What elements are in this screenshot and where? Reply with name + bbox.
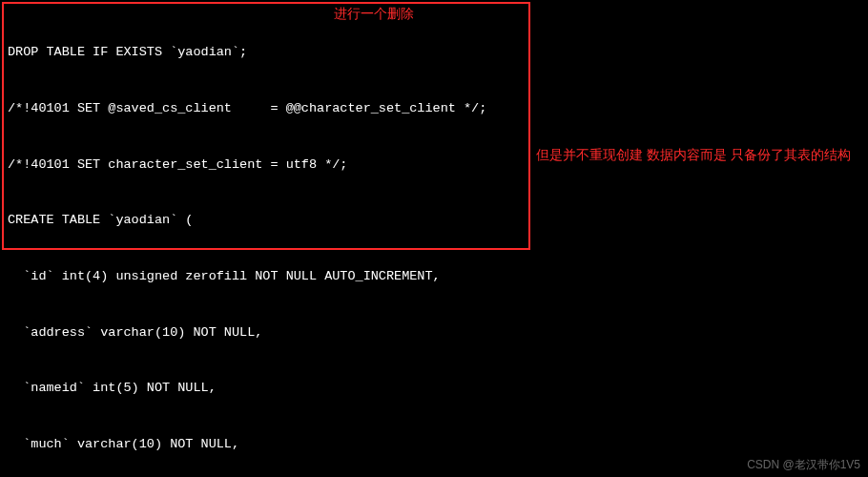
terminal-line: /*!40101 SET @saved_cs_client = @@charac… bbox=[8, 99, 860, 118]
watermark: CSDN @老汉带你1V5 bbox=[747, 457, 860, 473]
terminal-line: `address` varchar(10) NOT NULL, bbox=[8, 323, 860, 342]
terminal-line: /*!40101 SET character_set_client = utf8… bbox=[8, 156, 860, 175]
terminal-line: `id` int(4) unsigned zerofill NOT NULL A… bbox=[8, 267, 860, 286]
terminal-line: DROP TABLE IF EXISTS `yaodian`; bbox=[8, 43, 860, 62]
terminal-line: `much` varchar(10) NOT NULL, bbox=[8, 435, 860, 454]
terminal-line: CREATE TABLE `yaodian` ( bbox=[8, 211, 860, 230]
terminal-output: DROP TABLE IF EXISTS `yaodian`; /*!40101… bbox=[8, 6, 860, 477]
terminal-line: `nameid` int(5) NOT NULL, bbox=[8, 379, 860, 398]
